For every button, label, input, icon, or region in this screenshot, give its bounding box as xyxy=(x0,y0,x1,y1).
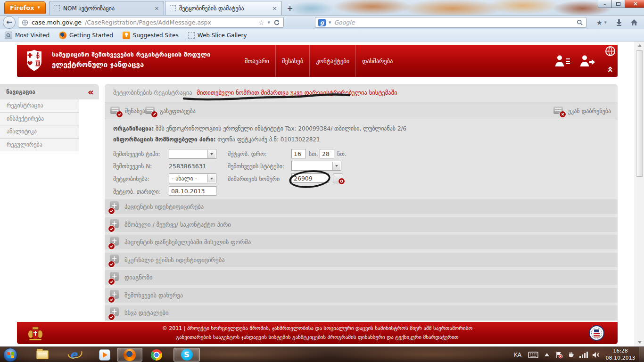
bookmarks-bar: Most Visited Getting Started Suggested S… xyxy=(0,29,644,41)
error-message: მითითებული ნომრით მიმართვა უკვე დარეგისტ… xyxy=(197,89,397,96)
tab-nom-authorization[interactable]: NOM ავტორიზაცია × xyxy=(49,1,164,15)
action-center-flag-icon[interactable] xyxy=(555,347,563,362)
sidebar-item-inspection[interactable]: ინსპექტირება xyxy=(0,113,79,126)
sidebar-item-analytics[interactable]: ანალიტიკა xyxy=(0,125,79,139)
section-case-closure[interactable]: + შემთხვევის დახურვა xyxy=(105,288,618,303)
select-caret-icon[interactable] xyxy=(332,162,340,170)
window-maximize-button[interactable] xyxy=(612,0,625,8)
home-button[interactable] xyxy=(628,16,640,28)
url-dropdown-icon[interactable]: ▼ xyxy=(268,21,270,25)
tab-close-icon[interactable]: × xyxy=(272,5,277,11)
save-label: შენახვა xyxy=(125,108,145,115)
section-facility-visit-form[interactable]: + პაციენტის დაწესებულებაში მისვლის ფორმა xyxy=(105,235,618,249)
logout-icon[interactable] xyxy=(578,52,595,69)
case-status-select[interactable] xyxy=(291,161,341,171)
site-title-line2: ელექტრონული ჯანდაცვა xyxy=(52,60,211,69)
sidebar-collapse-icon[interactable]: « xyxy=(88,87,93,97)
select-caret-icon[interactable] xyxy=(207,174,215,182)
sidebar-item-regulation[interactable]: რეგულირება xyxy=(0,139,79,152)
tab-add-message[interactable]: შეტყობინების დამატება × xyxy=(165,1,282,15)
volume-icon[interactable] xyxy=(592,347,600,362)
taskbar-explorer-button[interactable] xyxy=(33,348,52,362)
bookmark-getting-started[interactable]: Getting Started xyxy=(59,32,113,39)
keyboard-layout-icon[interactable] xyxy=(528,347,538,362)
back-to-list-button[interactable]: უკან დაბრუნება xyxy=(553,105,611,117)
section-label: შემთხვევის დახურვა xyxy=(124,292,183,299)
back-button[interactable]: ← xyxy=(3,16,16,29)
bookmark-most-visited[interactable]: Most Visited xyxy=(5,32,50,39)
taskbar-skype-button[interactable]: S xyxy=(173,348,200,362)
show-bookmarks-button[interactable]: ★ ▼ xyxy=(593,16,610,28)
case-number-label: შემთხვევის N: xyxy=(113,163,152,170)
clear-button[interactable]: გასუფთავება xyxy=(145,105,196,117)
section-other-details[interactable]: + სხვა დეტალები xyxy=(105,305,618,320)
url-bar[interactable]: case.moh.gov.ge/CaseRegistration/Pages/A… xyxy=(18,17,284,28)
hour-input[interactable] xyxy=(291,149,306,158)
clock-date: 08.10.2013 xyxy=(605,355,636,362)
user-profile-icon[interactable] xyxy=(554,52,572,69)
minute-input[interactable] xyxy=(320,149,334,158)
windows-taskbar: e S KA 16:28 08.10.2013 xyxy=(0,346,644,362)
search-input[interactable] xyxy=(334,19,574,26)
new-tab-button[interactable]: + xyxy=(284,3,296,13)
section-patient-identification[interactable]: + პაციენტის იდენტიფიცირება xyxy=(105,199,618,214)
referral-number-input[interactable] xyxy=(291,173,329,183)
show-hidden-icons[interactable] xyxy=(545,347,549,362)
taskbar-ie-button[interactable]: e xyxy=(64,348,83,362)
taskbar-clock[interactable]: 16:28 08.10.2013 xyxy=(605,348,636,362)
start-button[interactable] xyxy=(3,348,18,362)
bookmark-web-slice-gallery[interactable]: Web Slice Gallery xyxy=(188,32,247,39)
scrollbar-up-icon[interactable] xyxy=(635,41,644,49)
bookmark-suggested-sites[interactable]: Suggested Sites xyxy=(123,32,179,39)
search-engine-dropdown-icon[interactable]: ▼ xyxy=(329,21,331,25)
case-type-label: შემთხვევის ტიპი: xyxy=(113,151,160,157)
window-controls: – × xyxy=(598,0,644,8)
power-plug-icon[interactable] xyxy=(568,347,575,362)
message-label: შეტყობინება: xyxy=(113,176,149,182)
section-diagnosis[interactable]: + დიაგნოზი xyxy=(105,270,618,285)
nav-item-help[interactable]: დახმარება xyxy=(356,45,399,77)
site-title-line1: სამედიცინო შემთხვევების რეგისტრაციის მოდ… xyxy=(52,51,211,58)
reload-icon[interactable] xyxy=(273,19,280,26)
tab-close-icon[interactable]: × xyxy=(154,5,159,11)
nav-item-contacts[interactable]: კონტაქტები xyxy=(310,45,355,77)
referral-check-button[interactable] xyxy=(333,173,343,183)
search-box[interactable]: g ▼ xyxy=(315,17,586,28)
bookmark-star-icon[interactable]: ☆ xyxy=(258,19,264,26)
windows-start-icon xyxy=(3,348,17,362)
taskbar-wmp-button[interactable] xyxy=(95,348,114,362)
case-type-select[interactable] xyxy=(169,149,216,159)
save-button[interactable]: შენახვა xyxy=(110,105,145,117)
language-indicator[interactable]: KA xyxy=(514,347,521,362)
page-scrollbar[interactable] xyxy=(635,41,644,346)
scrollbar-thumb[interactable] xyxy=(636,50,643,177)
skype-icon: S xyxy=(181,349,193,361)
nav-item-about[interactable]: შესახებ xyxy=(276,45,309,77)
network-signal-icon[interactable] xyxy=(579,347,588,362)
window-close-button[interactable]: × xyxy=(625,0,644,8)
section-parent-guardian[interactable]: + მშობელი / მეურვე/ საკონტაქტო პირი xyxy=(105,217,618,232)
bookmarks-dropdown-icon: ▼ xyxy=(604,21,607,25)
section-doctor-identification[interactable]: + მკურნალი ექიმის იდენტიფიცირება xyxy=(105,253,618,267)
window-minimize-button[interactable]: – xyxy=(598,0,612,8)
language-globe-icon[interactable] xyxy=(605,46,616,57)
message-select[interactable]: - ახალი - xyxy=(169,173,216,183)
firefox-icon xyxy=(124,349,136,361)
scroll-to-top-icon[interactable]: « xyxy=(605,63,617,74)
downloads-button[interactable] xyxy=(613,16,625,28)
sidebar-item-registration[interactable]: რეგისტრაცია xyxy=(0,99,79,113)
message-date-input[interactable] xyxy=(169,186,216,196)
site-title: სამედიცინო შემთხვევების რეგისტრაციის მოდ… xyxy=(52,51,211,69)
section-label: დიაგნოზი xyxy=(124,274,152,281)
taskbar-firefox-button[interactable] xyxy=(117,348,142,362)
taskbar-chrome-button[interactable] xyxy=(147,348,166,362)
firefox-menu-button[interactable]: Firefox ▼ xyxy=(4,1,46,14)
scrollbar-down-icon[interactable] xyxy=(635,338,644,346)
nav-item-home[interactable]: მთავარი xyxy=(239,45,275,77)
section-label: პაციენტის იდენტიფიცირება xyxy=(124,203,204,210)
show-desktop-button[interactable] xyxy=(639,347,644,362)
bookmark-label: Getting Started xyxy=(69,32,113,39)
search-icon[interactable] xyxy=(577,19,583,26)
select-caret-icon[interactable] xyxy=(207,150,215,158)
download-arrow-icon xyxy=(616,19,622,26)
